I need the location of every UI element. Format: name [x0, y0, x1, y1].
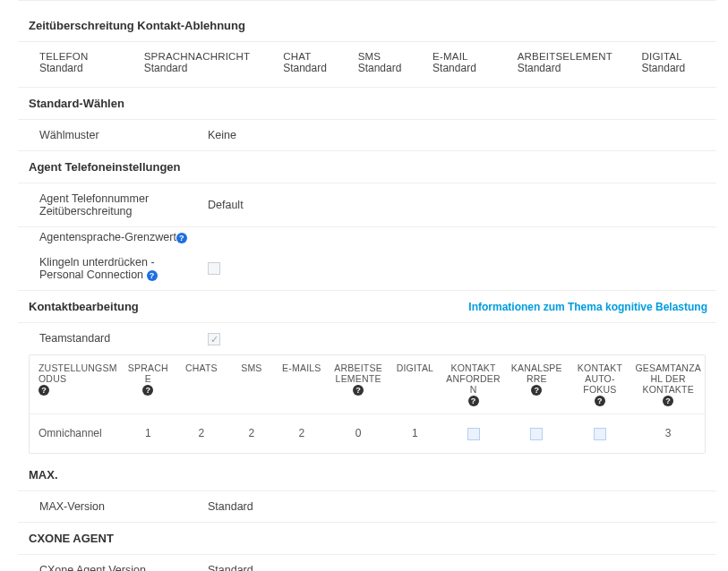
section-header-phone: Agent Telefoneinstellungen — [18, 151, 716, 183]
section-title: MAX. — [29, 468, 58, 482]
help-icon[interactable]: ? — [39, 385, 49, 396]
section-title: CXONE AGENT — [29, 532, 114, 545]
section-header-contact: Kontaktbearbeitung Informationen zum The… — [18, 291, 716, 323]
voice-threshold-label: Agentensprache-Grenzwert? — [39, 231, 192, 243]
cell-mode: Omnichannel — [30, 414, 121, 453]
row-cxone-version: CXone Agent Version Standard — [18, 555, 716, 571]
cell-autofocus — [569, 414, 632, 453]
suppress-ring-value — [208, 262, 220, 276]
section-header-cxone: CXONE AGENT — [18, 523, 716, 555]
col-header-arbeits: ARBEITSELEMENTE? — [329, 355, 389, 413]
section-title: Kontaktbearbeitung — [29, 300, 139, 313]
section-title: Zeitüberschreitung Kontakt-Ablehnung — [29, 19, 245, 32]
timeout-col-arbeitselement: ARBEITSELEMENT Standard — [518, 51, 642, 74]
col-header-mode: ZUSTELLUNGSMODUS? — [30, 355, 121, 413]
timeout-columns: TELEFON Standard SPRACHNACHRICHT Standar… — [18, 42, 716, 88]
cell-digital: 1 — [389, 414, 442, 453]
cell-channel-lock — [505, 414, 569, 453]
table-header-row: ZUSTELLUNGSMODUS? SPRACHE? CHATS SMS E-M… — [30, 355, 705, 414]
cell-arbeits: 0 — [329, 414, 389, 453]
table-row: Omnichannel 1 2 2 2 0 1 3 — [30, 414, 705, 453]
dial-pattern-label: Wählmuster — [39, 129, 192, 141]
cell-sprache: 1 — [121, 414, 175, 453]
section-header-max: MAX. — [18, 459, 716, 491]
help-icon[interactable]: ? — [595, 396, 605, 406]
row-phone-timeout: Agent Telefonnummer Zeitüberschreitung D… — [18, 183, 716, 227]
channel-lock-checkbox[interactable] — [530, 428, 543, 440]
section-title: Agent Telefoneinstellungen — [29, 160, 181, 174]
dial-pattern-value: Keine — [208, 129, 236, 141]
section-header-timeout: Zeitüberschreitung Kontakt-Ablehnung — [18, 10, 716, 42]
cell-total: 3 — [631, 414, 705, 453]
section-title: Standard-Wählen — [29, 97, 124, 110]
contact-handling-table: ZUSTELLUNGSMODUS? SPRACHE? CHATS SMS E-M… — [29, 354, 706, 454]
help-icon[interactable]: ? — [353, 385, 364, 396]
cell-chats: 2 — [175, 414, 228, 453]
col-header-channel-lock: KANALSPERRE? — [505, 355, 569, 413]
help-icon[interactable]: ? — [663, 396, 673, 406]
cell-emails: 2 — [275, 414, 329, 453]
cell-request — [441, 414, 505, 453]
cell-sms: 2 — [228, 414, 275, 453]
col-header-sms: SMS — [228, 355, 275, 413]
request-contact-checkbox[interactable] — [467, 428, 480, 440]
timeout-col-email: E-MAIL Standard — [433, 51, 518, 74]
row-dial-pattern: Wählmuster Keine — [18, 120, 716, 151]
timeout-col-sprachnachricht: SPRACHNACHRICHT Standard — [144, 51, 283, 74]
phone-timeout-label: Agent Telefonnummer Zeitüberschreitung — [39, 192, 192, 217]
col-header-total: GESAMTANZAHL DER KONTAKTE? — [631, 355, 705, 413]
row-voice-threshold: Agentensprache-Grenzwert? — [18, 227, 716, 247]
max-version-label: MAX-Version — [39, 500, 192, 513]
info-icon[interactable]: ? — [176, 233, 187, 243]
team-default-checkbox[interactable] — [208, 333, 220, 345]
row-max-version: MAX-Version Standard — [18, 491, 716, 523]
autofocus-checkbox[interactable] — [594, 428, 606, 440]
suppress-ring-label: Klingeln unterdrücken - Personal Connect… — [39, 256, 192, 281]
timeout-col-sms: SMS Standard — [358, 51, 433, 74]
col-header-chats: CHATS — [175, 355, 228, 413]
timeout-col-chat: CHAT Standard — [283, 51, 357, 74]
row-suppress-ring: Klingeln unterdrücken - Personal Connect… — [18, 247, 716, 291]
help-icon[interactable]: ? — [531, 385, 542, 396]
col-header-autofocus: KONTAKT AUTO-FOKUS? — [569, 355, 632, 413]
suppress-ring-checkbox[interactable] — [208, 262, 220, 275]
row-team-default: Teamstandard — [18, 323, 716, 354]
team-default-value — [208, 332, 220, 345]
help-icon[interactable]: ? — [142, 385, 153, 396]
cxone-version-value: Standard — [208, 564, 253, 571]
timeout-col-telefon: TELEFON Standard — [39, 51, 144, 74]
info-icon[interactable]: ? — [147, 270, 158, 281]
help-icon[interactable]: ? — [468, 396, 479, 406]
cxone-version-label: CXone Agent Version — [39, 564, 192, 571]
col-header-digital: DIGITAL — [389, 355, 442, 413]
section-header-dialing: Standard-Wählen — [18, 88, 716, 120]
timeout-col-digital: DIGITAL Standard — [642, 51, 716, 74]
col-header-sprache: SPRACHE? — [121, 355, 175, 413]
phone-timeout-value: Default — [208, 199, 244, 211]
cognitive-load-link[interactable]: Informationen zum Thema kognitive Belast… — [468, 301, 707, 313]
max-version-value: Standard — [208, 500, 253, 513]
team-default-label: Teamstandard — [39, 332, 192, 345]
col-header-request: KONTAKT ANFORDERN? — [441, 355, 505, 413]
col-header-emails: E-MAILS — [275, 355, 329, 413]
